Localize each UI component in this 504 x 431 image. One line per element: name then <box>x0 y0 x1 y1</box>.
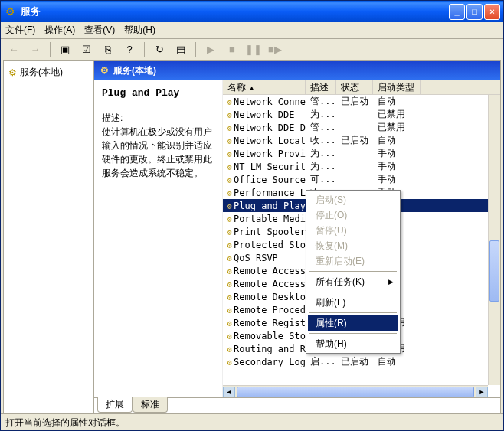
toolbar: ← → ▣ ☑ ⎘ ? ↻ ▤ ▶ ■ ❚❚ ■▶ <box>1 39 503 60</box>
context-menu-item: 重新启动(E) <box>308 253 398 269</box>
context-menu-item[interactable]: 刷新(F) <box>308 295 398 310</box>
cell: Network DDE <box>223 109 306 120</box>
context-menu-item[interactable]: 帮助(H) <box>308 336 398 351</box>
context-menu-item: 启动(S) <box>308 192 398 207</box>
vertical-scrollbar[interactable] <box>488 95 500 385</box>
cell: 自动 <box>373 134 421 147</box>
tab-extended[interactable]: 扩展 <box>97 397 133 413</box>
col-name[interactable]: 名称 ▲ <box>223 80 306 94</box>
statusbar: 打开当前选择的属性对话框。 <box>1 413 503 430</box>
cell: NT LM Security... <box>223 162 306 172</box>
cell: Remote Access ... <box>223 279 306 289</box>
cell: Remote Desktop... <box>223 292 306 302</box>
cell: 为... <box>306 108 336 121</box>
window-buttons: _ □ × <box>449 4 500 20</box>
bottom-tabs: 扩展 标准 <box>94 397 500 413</box>
up-button[interactable]: ▣ <box>57 41 74 58</box>
col-status[interactable]: 状态 <box>336 80 373 94</box>
scroll-thumb[interactable] <box>489 240 499 302</box>
gear-icon: ⚙ <box>100 65 109 76</box>
context-menu: 启动(S)停止(O)暂停(U)恢复(M)重新启动(E)所有任务(K)▶刷新(F)… <box>306 190 401 354</box>
cell: 自动 <box>373 355 421 368</box>
table-row[interactable]: NT LM Security...为...手动 <box>223 160 500 173</box>
menu-separator <box>309 292 397 292</box>
back-button[interactable]: ← <box>5 41 22 58</box>
cell: 手动 <box>373 173 421 186</box>
table-row[interactable]: Office Source ...可...手动 <box>223 173 500 186</box>
cell: 手动 <box>373 147 421 160</box>
export-button[interactable]: ⎘ <box>100 41 116 58</box>
menu-help[interactable]: 帮助(H) <box>124 24 155 37</box>
cell: Network Connec... <box>223 96 306 107</box>
hscroll-thumb[interactable] <box>237 387 474 397</box>
table-row[interactable]: Network DDE为...已禁用 <box>223 108 500 121</box>
menu-view[interactable]: 查看(V) <box>84 24 115 37</box>
cell: Plug and Play <box>223 201 306 211</box>
separator <box>195 42 196 57</box>
right-panel: ⚙ 服务(本地) Plug and Play 描述: 使计算机在极少或没有用户输… <box>94 61 500 413</box>
cell: 为... <box>306 160 336 173</box>
minimize-button[interactable]: _ <box>449 4 465 20</box>
cell: Network Locati... <box>223 136 306 146</box>
separator <box>144 42 145 57</box>
tab-standard[interactable]: 标准 <box>133 397 168 413</box>
maximize-button[interactable]: □ <box>466 4 483 20</box>
menu-file[interactable]: 文件(F) <box>5 24 35 37</box>
scroll-right-button[interactable]: ► <box>476 387 488 397</box>
menu-separator <box>309 312 397 313</box>
menubar: 文件(F) 操作(A) 查看(V) 帮助(H) <box>1 22 503 39</box>
panel-title: 服务(本地) <box>113 64 156 77</box>
refresh-button[interactable]: ↻ <box>151 41 168 58</box>
tree-panel: ⚙ 服务(本地) <box>4 61 94 413</box>
context-menu-item[interactable]: 属性(R) <box>308 315 398 331</box>
table-row[interactable]: Network Provis...为...手动 <box>223 147 500 160</box>
table-row[interactable]: Secondary Logon启...已启动自动 <box>223 355 500 368</box>
cell: Network Provis... <box>223 149 306 159</box>
cell: Remote Registry <box>223 318 306 328</box>
cell: 启... <box>306 355 336 368</box>
cell: 已禁用 <box>373 108 421 121</box>
selected-service-name: Plug and Play <box>102 87 214 99</box>
cell: Routing and Re... <box>223 344 306 354</box>
restart-button[interactable]: ■▶ <box>267 41 283 58</box>
tree-root-label: 服务(本地) <box>20 66 63 79</box>
pause-button[interactable]: ❚❚ <box>245 41 262 58</box>
cell: 收... <box>306 134 336 147</box>
cell: Protected Stor... <box>223 240 306 250</box>
col-desc[interactable]: 描述 <box>306 80 336 94</box>
table-row[interactable]: Network Connec...管...已启动自动 <box>223 95 500 108</box>
service-list: 名称 ▲ 描述 状态 启动类型 Network Connec...管...已启动… <box>223 80 500 397</box>
scroll-left-button[interactable]: ◄ <box>223 387 235 397</box>
cell: 已禁用 <box>373 121 421 134</box>
cell: 管... <box>306 121 336 134</box>
window-title: 服务 <box>21 5 449 18</box>
help-button[interactable]: ? <box>121 41 138 58</box>
horizontal-scrollbar[interactable]: ◄ ► <box>223 385 488 397</box>
col-startup[interactable]: 启动类型 <box>373 80 421 94</box>
cell: 管... <box>306 95 336 108</box>
table-row[interactable]: Network Locati...收...已启动自动 <box>223 134 500 147</box>
cell: 可... <box>306 173 336 186</box>
forward-button[interactable]: → <box>27 41 44 58</box>
cell: Performance Lo... <box>223 188 306 198</box>
cell: 已启动 <box>336 95 373 108</box>
context-menu-item[interactable]: 所有任务(K)▶ <box>308 274 398 289</box>
cell: QoS RSVP <box>223 253 306 263</box>
context-menu-item: 停止(O) <box>308 207 398 223</box>
start-button[interactable]: ▶ <box>202 41 219 58</box>
close-button[interactable]: × <box>484 4 500 20</box>
cell: 为... <box>306 147 336 160</box>
tree-root[interactable]: ⚙ 服务(本地) <box>7 64 90 80</box>
cell: 自动 <box>373 95 421 108</box>
services-icon: ⚙ <box>4 5 16 18</box>
cell: 已启动 <box>336 134 373 147</box>
panel-header: ⚙ 服务(本地) <box>94 61 500 80</box>
table-row[interactable]: Network DDE DSDM管...已禁用 <box>223 121 500 134</box>
menu-separator <box>309 333 397 334</box>
status-text: 打开当前选择的属性对话框。 <box>5 417 125 428</box>
titlebar[interactable]: ⚙ 服务 _ □ × <box>1 1 503 22</box>
stop-button[interactable]: ■ <box>224 41 241 58</box>
menu-action[interactable]: 操作(A) <box>44 24 75 37</box>
list-button[interactable]: ▤ <box>172 41 189 58</box>
properties-button[interactable]: ☑ <box>78 41 95 58</box>
